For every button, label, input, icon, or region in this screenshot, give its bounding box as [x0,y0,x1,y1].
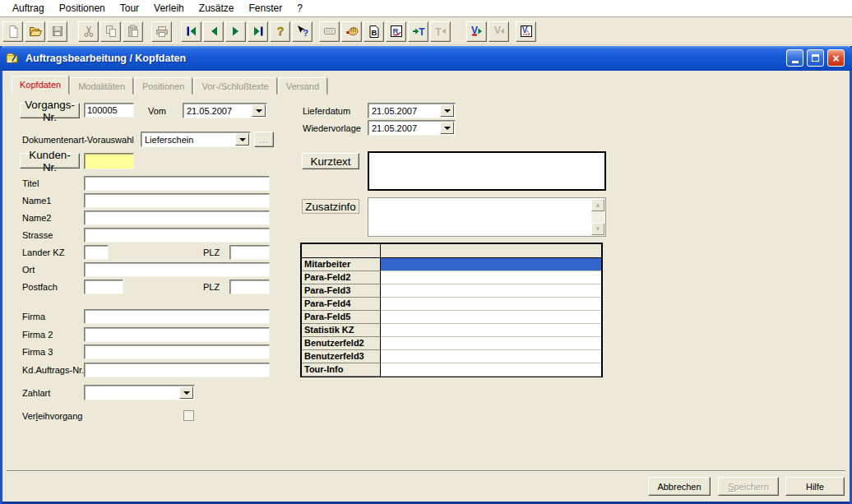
dokumentenart-dropdown-arrow-icon[interactable] [235,133,249,146]
table-row[interactable]: Tour-Info [302,363,601,377]
zusatzinfo-scrollbar[interactable]: ▲ ▼ [591,199,604,235]
verleihvorgang-checkbox[interactable] [183,410,194,421]
cut-icon[interactable] [78,21,99,42]
verleih-report-icon[interactable]: V [516,21,536,42]
wiedervorlage-dropdown-arrow-icon[interactable] [440,122,454,134]
verleih-remove-icon[interactable]: V [489,21,509,42]
document-b-icon[interactable]: B [363,21,384,42]
table-row[interactable]: Para-Feld3 [302,284,601,298]
kd-auftrags-nr-field[interactable] [84,363,270,377]
customer-lookup-icon[interactable] [341,21,362,42]
minimize-button[interactable] [786,49,803,67]
zusatzinfo-textarea[interactable]: ▲ ▼ [368,197,606,237]
new-document-icon[interactable] [2,21,23,42]
menu-auftrag[interactable]: Auftrag [5,1,52,16]
open-folder-icon[interactable] [25,21,45,42]
tab-modalitaeten[interactable]: Modalitäten [70,77,133,95]
abbrechen-button[interactable]: Abbrechen [648,477,711,496]
menu-hilfe[interactable]: ? [289,1,310,16]
help-icon[interactable]: ? [270,21,290,42]
titel-field[interactable] [84,176,270,191]
copy-icon[interactable] [100,21,121,42]
vom-label: Vom [148,106,166,116]
firma2-field[interactable] [84,327,270,342]
next-record-icon[interactable] [225,21,246,42]
lieferdatum-combo[interactable]: 21.05.2007 [368,103,456,118]
lander-kz-field[interactable] [84,245,109,260]
lieferdatum-value: 21.05.2007 [368,106,440,116]
table-row[interactable]: Para-Feld4 [302,298,601,311]
dokumentenart-more-button[interactable]: ... [254,132,274,147]
kunden-nr-field[interactable] [84,153,134,169]
tab-kopfdaten[interactable]: Kopfdaten [12,76,69,95]
window-icon [6,52,21,65]
tab-positionen[interactable]: Positionen [134,77,192,95]
lieferdatum-dropdown-arrow-icon[interactable] [440,104,454,117]
save-icon[interactable] [47,21,67,42]
dokumentenart-combo[interactable]: Lieferschein [141,132,251,147]
last-record-icon[interactable] [248,21,268,42]
menu-zusaetze[interactable]: Zusätze [192,1,242,16]
menu-verleih[interactable]: Verleih [146,1,192,16]
paste-icon[interactable] [123,21,143,42]
postfach-field[interactable] [84,280,123,294]
table-row[interactable]: Benutzerfeld3 [302,350,601,363]
numpad-icon[interactable] [319,21,340,42]
firma3-field[interactable] [84,344,270,359]
maximize-button[interactable] [807,49,824,67]
table-header-row [302,244,601,258]
menu-fenster[interactable]: Fenster [241,1,289,16]
table-row[interactable]: Statistik KZ [302,324,601,337]
kunden-nr-button[interactable]: Kunden-Nr. [20,153,80,169]
vom-date-combo[interactable]: 21.05.2007 [183,103,267,118]
scroll-up-icon[interactable]: ▲ [591,199,604,211]
tab-versand[interactable]: Versand [278,77,327,95]
table-row[interactable]: Mitarbeiter [302,258,601,271]
app-window: Auftragsbearbeitung / Kopfdaten × Kopfda… [0,46,852,504]
plz-label-2: PLZ [203,282,220,292]
table-row[interactable]: Benutzerfeld2 [302,337,601,350]
kurztext-textarea[interactable] [368,151,606,191]
plz-field-1[interactable] [229,245,270,260]
strasse-field[interactable] [84,228,270,243]
first-record-icon[interactable] [181,21,201,42]
firma-field[interactable] [84,309,270,324]
verleih-assign-icon[interactable]: V [466,21,487,42]
svg-text:?: ? [276,25,284,38]
firma3-label: Firma 3 [22,347,53,357]
vorgangs-nr-field[interactable]: 100005 [84,103,134,118]
vorgangs-nr-button[interactable]: Vorgangs-Nr. [20,103,80,118]
plz-field-2[interactable] [229,280,270,294]
context-help-icon[interactable]: ? [292,21,313,42]
tab-vor-schlusstexte[interactable]: Vor-/Schlußtexte [193,77,276,95]
tour-remove-icon[interactable]: T [430,21,451,42]
table-row[interactable]: Para-Feld2 [302,271,601,284]
ort-field[interactable] [84,262,270,277]
print-icon[interactable] [151,21,172,42]
speichern-button[interactable]: Speichern [718,477,779,496]
menu-positionen[interactable]: Positionen [52,1,113,16]
scroll-down-icon[interactable]: ▼ [591,223,604,235]
kurztext-button[interactable]: Kurztext [302,153,359,169]
zahlart-combo[interactable] [84,385,195,400]
toolbar: ? ? B R T T V V V [0,18,852,45]
wiedervorlage-value: 21.05.2007 [368,123,440,133]
wiedervorlage-combo[interactable]: 21.05.2007 [368,120,456,136]
vom-dropdown-arrow-icon[interactable] [252,104,266,117]
previous-record-icon[interactable] [203,21,224,42]
verleihvorgang-label: Verleihvorgang [22,411,82,421]
hilfe-button[interactable]: Hilfe [785,477,845,496]
close-button[interactable]: × [827,49,845,67]
menu-bar: Auftrag Positionen Tour Verleih Zusätze … [0,0,852,17]
tour-assign-icon[interactable]: T [408,21,428,42]
window-titlebar[interactable]: Auftragsbearbeitung / Kopfdaten × [0,46,852,71]
document-r-icon[interactable]: R [386,21,406,42]
table-row[interactable]: Para-Feld5 [302,311,601,324]
zahlart-dropdown-arrow-icon[interactable] [179,386,193,399]
tab-strip: Kopfdaten Modalitäten Positionen Vor-/Sc… [12,76,328,95]
name1-field[interactable] [84,193,270,208]
name2-field[interactable] [84,210,270,225]
menu-tour[interactable]: Tour [113,1,146,16]
zusatzinfo-button[interactable]: Zusatzinfo [302,199,359,214]
svg-text:B: B [371,28,377,37]
